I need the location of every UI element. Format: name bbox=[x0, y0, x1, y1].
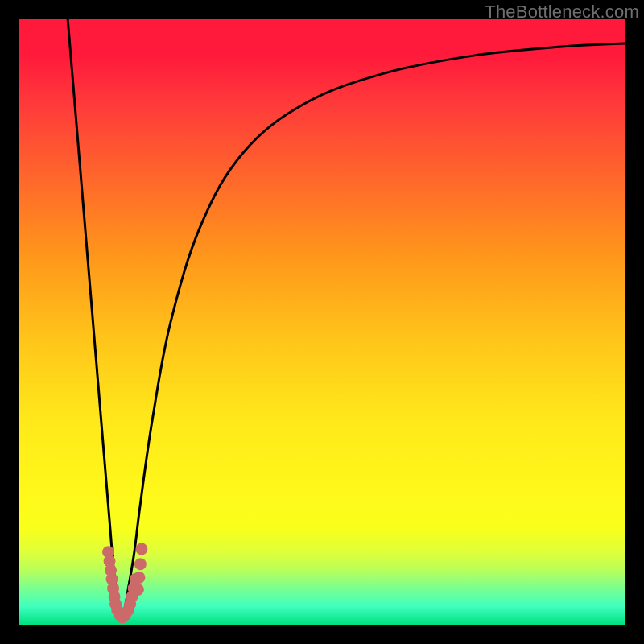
chart-svg bbox=[19, 19, 625, 625]
marker-dot bbox=[133, 572, 145, 584]
curve-left-descent bbox=[68, 19, 122, 618]
marker-dot bbox=[132, 584, 144, 596]
curve-right-curve bbox=[122, 43, 625, 618]
plot-area bbox=[19, 19, 625, 625]
watermark-text: TheBottleneck.com bbox=[485, 2, 639, 23]
marker-dot bbox=[134, 558, 147, 570]
chart-frame: TheBottleneck.com bbox=[0, 0, 644, 644]
marker-dot bbox=[135, 543, 147, 555]
